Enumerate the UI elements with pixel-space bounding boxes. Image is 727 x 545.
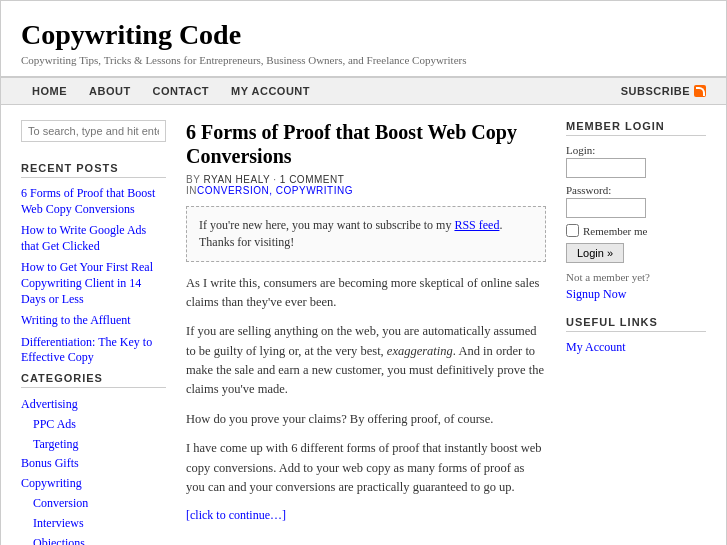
post-author: RYAN HEALY xyxy=(203,174,270,185)
nav-about[interactable]: ABOUT xyxy=(78,78,142,104)
navigation: HOME ABOUT CONTACT MY ACCOUNT SUBSCRIBE xyxy=(1,78,726,105)
subscribe-label: SUBSCRIBE xyxy=(621,85,690,97)
post-meta: by RYAN HEALY · 1 COMMENT inCONVERSION, … xyxy=(186,174,546,196)
post-paragraph-2: If you are selling anything on the web, … xyxy=(186,322,546,400)
remember-me-checkbox[interactable] xyxy=(566,224,579,237)
login-button[interactable]: Login » xyxy=(566,243,624,263)
recent-post-3[interactable]: How to Get Your First Real Copywriting C… xyxy=(21,260,166,307)
post-body: As I write this, consumers are becoming … xyxy=(186,274,546,498)
recent-post-1[interactable]: 6 Forms of Proof that Boost Web Copy Con… xyxy=(21,186,166,217)
post-paragraph-3: How do you prove your claims? By offerin… xyxy=(186,410,546,429)
subscribe-area: SUBSCRIBE xyxy=(621,85,706,97)
rss-feed-link[interactable]: RSS feed xyxy=(454,218,499,232)
recent-post-5[interactable]: Differentiation: The Key to Effective Co… xyxy=(21,335,166,366)
post-category: CONVERSION, COPYWRITING xyxy=(197,185,353,196)
recent-posts-title: Recent Posts xyxy=(21,162,166,178)
category-advertising[interactable]: Advertising xyxy=(21,396,166,413)
useful-links-title: Useful Links xyxy=(566,316,706,332)
main-content: 6 Forms of Proof that Boost Web Copy Con… xyxy=(186,120,546,545)
category-bonus-gifts[interactable]: Bonus Gifts xyxy=(21,455,166,472)
recent-post-4[interactable]: Writing to the Affluent xyxy=(21,313,166,329)
category-copywriting[interactable]: Copywriting xyxy=(21,475,166,492)
category-objections[interactable]: Objections xyxy=(21,535,166,545)
category-ppc-ads[interactable]: PPC Ads xyxy=(21,416,166,433)
login-input[interactable] xyxy=(566,158,646,178)
nav-menu: HOME ABOUT CONTACT MY ACCOUNT xyxy=(21,78,321,104)
categories-title: Categories xyxy=(21,372,166,388)
post-paragraph-4: I have come up with 6 different forms of… xyxy=(186,439,546,497)
nav-my-account[interactable]: MY ACCOUNT xyxy=(220,78,321,104)
site-title: Copywriting Code xyxy=(21,19,706,51)
password-label: Password: xyxy=(566,184,706,196)
category-conversion[interactable]: Conversion xyxy=(21,495,166,512)
member-login-title: Member Login xyxy=(566,120,706,136)
not-member-text: Not a member yet? xyxy=(566,271,706,283)
category-interviews[interactable]: Interviews xyxy=(21,515,166,532)
continue-link[interactable]: [click to continue…] xyxy=(186,508,286,522)
post-comment-count: 1 COMMENT xyxy=(280,174,345,185)
sidebar-right: Member Login Login: Password: Remember m… xyxy=(566,120,706,545)
sidebar-left: Recent Posts 6 Forms of Proof that Boost… xyxy=(21,120,166,545)
site-tagline: Copywriting Tips, Tricks & Lessons for E… xyxy=(21,54,706,66)
search-input[interactable] xyxy=(21,120,166,142)
post-title: 6 Forms of Proof that Boost Web Copy Con… xyxy=(186,120,546,168)
subscribe-box-text: If you're new here, you may want to subs… xyxy=(199,218,454,232)
rss-icon[interactable] xyxy=(694,85,706,97)
nav-contact[interactable]: CONTACT xyxy=(142,78,220,104)
remember-row: Remember me xyxy=(566,224,706,237)
post-paragraph-1: As I write this, consumers are becoming … xyxy=(186,274,546,313)
password-input[interactable] xyxy=(566,198,646,218)
remember-me-label: Remember me xyxy=(583,225,647,237)
signup-link[interactable]: Signup Now xyxy=(566,287,626,301)
recent-post-2[interactable]: How to Write Google Ads that Get Clicked xyxy=(21,223,166,254)
login-label: Login: xyxy=(566,144,706,156)
subscribe-box: If you're new here, you may want to subs… xyxy=(186,206,546,262)
my-account-link[interactable]: My Account xyxy=(566,340,706,355)
category-targeting[interactable]: Targeting xyxy=(21,436,166,453)
nav-home[interactable]: HOME xyxy=(21,78,78,104)
